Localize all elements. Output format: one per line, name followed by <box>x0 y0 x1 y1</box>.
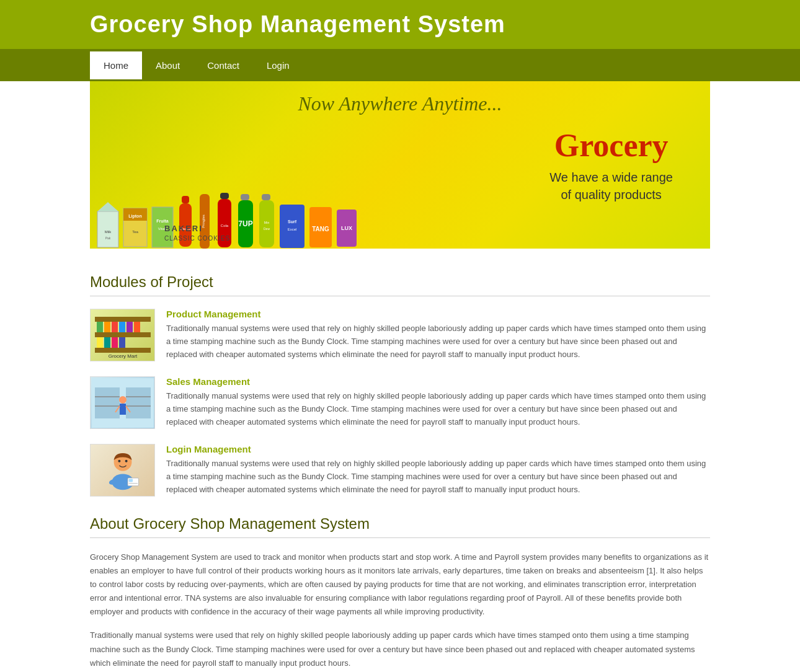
svg-rect-35 <box>95 348 151 353</box>
module-desc-login: Traditionally manual systems were used t… <box>166 458 710 496</box>
about-section-title: About Grocery Shop Management System <box>90 515 710 533</box>
module-title-product: Product Management <box>166 309 710 319</box>
site-header: Grocery Shop Management System <box>0 0 800 49</box>
svg-rect-42 <box>97 337 103 348</box>
svg-rect-39 <box>119 322 125 332</box>
svg-rect-43 <box>104 337 110 348</box>
svg-rect-40 <box>127 322 133 332</box>
hero-banner: Now Anywhere Anytime... Milk Pak Lipton … <box>90 81 710 249</box>
svg-text:Surf: Surf <box>288 219 297 224</box>
svg-rect-0 <box>97 211 118 247</box>
svg-rect-26 <box>280 205 304 248</box>
svg-rect-48 <box>95 387 120 418</box>
main-content: Modules of Project Grocery Mart <box>0 249 800 672</box>
svg-rect-44 <box>112 337 118 348</box>
sales-aisle-icon <box>92 378 154 428</box>
module-content-product: Product Management Traditionally manual … <box>166 309 710 361</box>
svg-text:Excel: Excel <box>288 228 297 231</box>
svg-marker-1 <box>97 202 118 211</box>
svg-rect-37 <box>104 322 110 332</box>
svg-rect-11 <box>182 196 189 203</box>
about-para-1: Grocery Shop Management System are used … <box>90 550 710 619</box>
module-item-sales: Sales Management Traditionally manual sy… <box>90 376 710 429</box>
module-img-sales <box>90 376 155 429</box>
login-person-icon <box>98 446 148 495</box>
svg-rect-55 <box>120 404 126 415</box>
modules-section-title: Modules of Project <box>90 273 710 291</box>
site-title: Grocery Shop Management System <box>90 11 800 38</box>
nav-home[interactable]: Home <box>90 51 142 79</box>
module-content-sales: Sales Management Traditionally manual sy… <box>166 376 710 428</box>
grocery-shelf-icon: Grocery Mart <box>92 311 154 360</box>
module-desc-product: Traditionally manual systems were used t… <box>166 322 710 361</box>
banner-products: Milk Pak Lipton Tea Fruita Vitals <box>90 112 450 249</box>
svg-text:LUX: LUX <box>341 225 352 231</box>
svg-text:Lipton: Lipton <box>128 214 141 219</box>
svg-rect-16 <box>220 193 229 199</box>
svg-text:Grocery Mart: Grocery Mart <box>108 353 137 359</box>
svg-rect-45 <box>119 337 125 348</box>
svg-rect-41 <box>134 322 140 332</box>
nav-contact[interactable]: Contact <box>193 51 253 79</box>
module-img-product: Grocery Mart <box>90 309 155 361</box>
svg-text:Tea: Tea <box>132 230 138 234</box>
svg-rect-19 <box>241 194 249 200</box>
nav-login[interactable]: Login <box>253 51 303 79</box>
svg-text:TANG: TANG <box>312 226 329 232</box>
modules-divider <box>90 296 710 296</box>
svg-text:7UP: 7UP <box>238 219 252 228</box>
svg-rect-22 <box>262 194 270 200</box>
svg-rect-34 <box>95 332 151 337</box>
nav-about[interactable]: About <box>142 51 193 79</box>
module-item-login: Login Management Traditionally manual sy… <box>90 444 710 497</box>
banner-right-content: Grocery We have a wide rangeof quality p… <box>549 127 673 203</box>
about-para-2: Traditionally manual systems were used t… <box>90 629 710 670</box>
svg-point-60 <box>125 459 127 462</box>
navigation: Home About Contact Login <box>0 49 800 81</box>
svg-text:Milk: Milk <box>105 230 112 234</box>
svg-text:Pak: Pak <box>105 236 111 240</box>
svg-rect-38 <box>112 322 118 332</box>
svg-point-59 <box>118 459 120 462</box>
grocery-brand-sub: We have a wide rangeof quality products <box>549 169 673 203</box>
svg-text:Fruita: Fruita <box>156 219 169 223</box>
grocery-brand-title: Grocery <box>549 127 673 164</box>
about-section: About Grocery Shop Management System Gro… <box>90 515 710 670</box>
svg-text:Mtn: Mtn <box>264 221 270 224</box>
module-content-login: Login Management Traditionally manual sy… <box>166 444 710 496</box>
bakeri-label: BAKERICLASSIC COOKIES <box>164 224 230 242</box>
module-img-login <box>90 444 155 497</box>
svg-rect-65 <box>128 479 132 482</box>
banner-tagline: Now Anywhere Anytime... <box>90 92 710 115</box>
module-title-login: Login Management <box>166 444 710 454</box>
svg-rect-49 <box>126 387 151 418</box>
svg-rect-36 <box>97 322 103 332</box>
module-item-product: Grocery Mart Product Management Traditio… <box>90 309 710 361</box>
about-divider <box>90 537 710 538</box>
svg-rect-33 <box>95 317 151 322</box>
svg-text:Dew: Dew <box>264 227 270 231</box>
module-title-sales: Sales Management <box>166 376 710 387</box>
module-desc-sales: Traditionally manual systems were used t… <box>166 390 710 428</box>
svg-point-54 <box>119 396 127 404</box>
